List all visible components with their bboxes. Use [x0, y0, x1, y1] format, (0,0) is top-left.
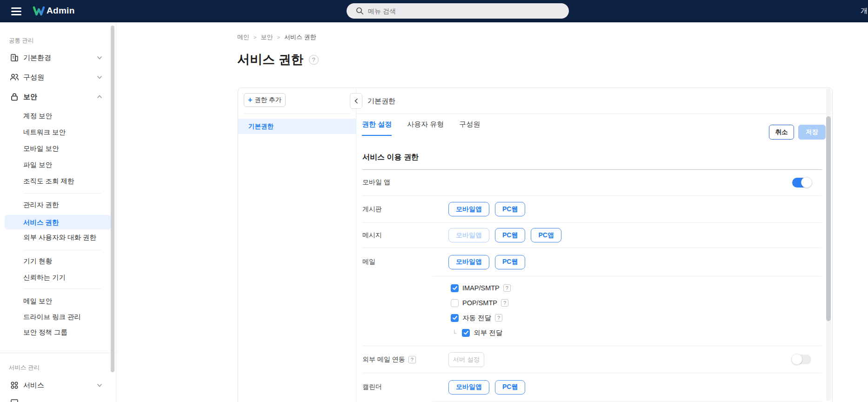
sidebar-item-external-user-chat[interactable]: 외부 사용자와 대화 권한 — [23, 233, 96, 242]
detail-tabs: 권한 설정 사용자 유형 구성원 — [362, 120, 480, 136]
sidebar-item-network-security[interactable]: 네트워크 보안 — [23, 128, 66, 137]
chip-pc-web[interactable]: PC웹 — [495, 255, 525, 269]
check-icon — [452, 315, 458, 321]
sidebar-item-security-policy-group[interactable]: 보안 정책 그룹 — [23, 328, 67, 337]
building-icon — [10, 53, 19, 62]
plus-icon: + — [248, 96, 252, 104]
server-settings-button-disabled: 서버 설정 — [448, 352, 484, 367]
row-label: 캘린더 — [362, 383, 448, 391]
section-title: 서비스 이용 권한 — [362, 153, 419, 162]
mail-options-block: IMAP/SMTP ? POP/SMTP ? 자동 전달 ? └ — [362, 276, 822, 346]
sidebar-item-mail-security[interactable]: 메일 보안 — [23, 297, 52, 306]
sidebar-item-file-security[interactable]: 파일 보안 — [23, 161, 52, 169]
option-imap-smtp: IMAP/SMTP ? — [451, 281, 822, 295]
sidebar-item-service[interactable]: 서비스 — [0, 380, 116, 391]
sidebar-divider — [23, 193, 101, 194]
page-help-icon[interactable]: ? — [309, 55, 319, 65]
chip-pc-web[interactable]: PC웹 — [495, 228, 525, 242]
auto-forward-help-icon[interactable]: ? — [495, 314, 502, 322]
sidebar-item-members[interactable]: 구성원 — [0, 72, 116, 83]
apps-grid-icon — [10, 381, 19, 390]
imap-help-icon[interactable]: ? — [503, 284, 511, 292]
collapse-panel-button[interactable] — [350, 93, 362, 109]
detail-scrollbar-thumb[interactable] — [826, 116, 831, 321]
sidebar-item-mobile-security[interactable]: 모바일 보안 — [23, 144, 59, 153]
sidebar-item-account-security[interactable]: 계정 보안 — [23, 112, 52, 121]
check-icon — [463, 330, 469, 335]
sidebar-section-service: 서비스 관리 — [9, 364, 40, 372]
breadcrumb-security[interactable]: 보안 — [260, 33, 273, 41]
service-permission-card: + 권한 추가 기본권한 기본권한 권한 설정 사용자 유형 구성원 취소 저장… — [238, 87, 833, 402]
permission-detail-panel: 기본권한 권한 설정 사용자 유형 구성원 취소 저장 서비스 이용 권한 모바… — [356, 88, 833, 402]
chevron-down-icon — [96, 74, 103, 81]
pop-help-icon[interactable]: ? — [501, 299, 508, 307]
external-mail-help-icon[interactable]: ? — [408, 356, 416, 363]
tab-permission-settings[interactable]: 권한 설정 — [362, 120, 392, 136]
chip-mobile-app[interactable]: 모바일앱 — [448, 255, 489, 269]
row-label: 게시판 — [362, 205, 448, 214]
page-title: 서비스 권한 — [237, 51, 304, 68]
option-auto-forward: 자동 전달 ? — [451, 310, 822, 325]
breadcrumb-home[interactable]: 메인 — [237, 33, 249, 41]
permission-list-panel: + 권한 추가 기본권한 — [238, 88, 356, 402]
external-mail-toggle[interactable] — [792, 355, 811, 364]
header-divider — [356, 114, 833, 114]
topbar-right-partial-text[interactable]: 개 — [861, 7, 868, 15]
option-pop-smtp: POP/SMTP ? — [451, 295, 822, 310]
pop-smtp-checkbox[interactable] — [451, 299, 459, 307]
row-label: 메시지 — [362, 231, 448, 240]
row-label: 모바일 앱 — [362, 178, 448, 187]
permission-list-item-default[interactable]: 기본권한 — [238, 119, 356, 134]
check-icon — [452, 285, 458, 291]
option-external-forward: └ 외부 전달 — [451, 325, 822, 340]
imap-smtp-checkbox[interactable] — [451, 284, 459, 292]
tab-user-type[interactable]: 사용자 유형 — [407, 120, 444, 136]
chip-pc-app[interactable]: PC앱 — [531, 228, 561, 242]
sidebar-item-basic-env[interactable]: 기본환경 — [0, 52, 116, 63]
mobile-app-toggle[interactable] — [792, 178, 811, 188]
menu-search-input[interactable] — [368, 7, 554, 15]
sidebar-item-trusted-devices[interactable]: 신뢰하는 기기 — [23, 273, 66, 282]
sidebar-divider — [23, 288, 101, 289]
row-external-mail: 외부 메일 연동 ? 서버 설정 — [362, 346, 822, 373]
row-label: 외부 메일 연동 ? — [362, 355, 448, 364]
sidebar-scrollbar[interactable] — [111, 26, 114, 372]
sidebar-divider — [23, 250, 101, 250]
search-icon — [356, 7, 364, 15]
row-label: 메일 — [362, 258, 448, 266]
sidebar-item-service-permission-selected[interactable]: 서비스 권한 — [5, 215, 111, 229]
menu-search-bar[interactable] — [347, 3, 569, 19]
row-calendar: 캘린더 모바일앱 PC웹 — [362, 373, 822, 401]
chip-mobile-app[interactable]: 모바일앱 — [448, 202, 489, 216]
sidebar-nav: 공통 관리 기본환경 구성원 보안 계정 — [0, 22, 116, 402]
chip-pc-web[interactable]: PC웹 — [495, 380, 525, 395]
people-icon — [10, 73, 19, 82]
brand-w-logo-icon — [33, 5, 45, 17]
top-bar: Admin 개 — [0, 0, 868, 22]
cancel-button[interactable]: 취소 — [769, 125, 794, 140]
chevron-down-icon — [96, 54, 103, 61]
tab-members[interactable]: 구성원 — [459, 120, 480, 136]
panel-divider — [244, 114, 351, 114]
chip-mobile-app-disabled: 모바일앱 — [448, 228, 489, 242]
menu-hamburger-icon[interactable] — [11, 7, 21, 15]
sidebar-item-org-view-limit[interactable]: 조직도 조회 제한 — [23, 177, 74, 186]
external-forward-checkbox[interactable] — [462, 329, 470, 337]
sidebar-item-drive-link-mgmt[interactable]: 드라이브 링크 관리 — [23, 313, 81, 322]
sidebar-item-security[interactable]: 보안 — [0, 91, 116, 102]
add-permission-button[interactable]: + 권한 추가 — [244, 93, 286, 107]
lock-icon — [10, 92, 19, 101]
save-button[interactable]: 저장 — [798, 125, 826, 140]
breadcrumb-separator-icon: > — [277, 34, 280, 40]
row-message: 메시지 모바일앱 PC웹 PC앱 — [362, 223, 822, 248]
sidebar-item-device-status[interactable]: 기기 현황 — [23, 257, 52, 266]
chevron-up-icon — [96, 93, 103, 100]
chip-pc-web[interactable]: PC웹 — [495, 202, 525, 216]
breadcrumb-current: 서비스 권한 — [284, 33, 316, 41]
row-mobile-app: 모바일 앱 — [362, 169, 822, 196]
row-mail: 메일 모바일앱 PC웹 — [362, 248, 822, 276]
auto-forward-checkbox[interactable] — [451, 314, 459, 322]
chip-mobile-app[interactable]: 모바일앱 — [448, 380, 489, 395]
partial-bottom-icon — [10, 398, 19, 402]
sidebar-item-admin-permission[interactable]: 관리자 권한 — [23, 201, 59, 209]
